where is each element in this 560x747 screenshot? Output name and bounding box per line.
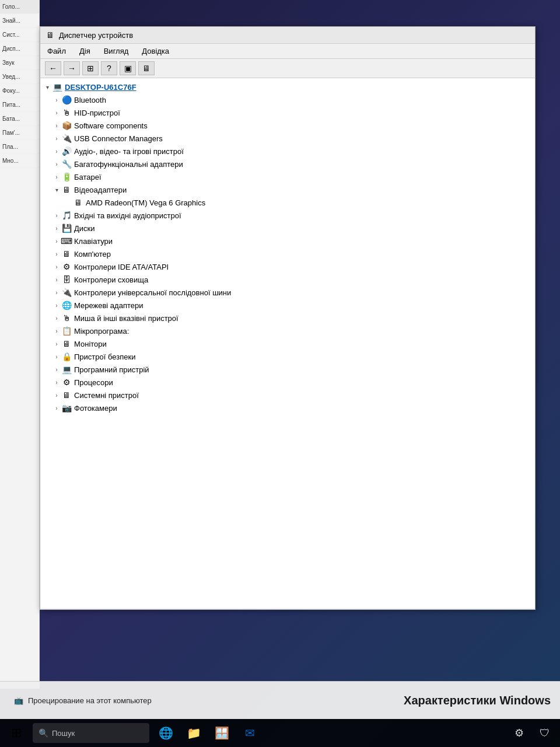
audio-io-label: Вхідні та вихідні аудіопристрої [74,211,181,220]
tree-display[interactable]: ▾ 🖥 Відеоадаптери [40,183,535,196]
camera-toggle: › [52,405,61,411]
tree-ide[interactable]: › ⚙ Контролери IDE ATA/ATAPI [40,260,535,273]
usb2-toggle: › [52,289,61,296]
menu-action[interactable]: Дія [77,46,93,57]
gpu-label: AMD Radeon(TM) Vega 6 Graphics [86,198,205,207]
tree-system-dev[interactable]: › 🖥 Системні пристрої [40,389,535,402]
gpu-toggle [64,200,73,206]
monitors-toggle: › [52,341,61,347]
tree-hid[interactable]: › 🖱 HID-пристрої [40,106,535,119]
sidebar-item-system[interactable]: Сист... [0,28,39,42]
softdev-icon: 💻 [61,364,72,375]
system-dev-label: Системні пристрої [74,391,139,400]
tree-usb2[interactable]: › 🔌 Контролери універсальної послідовної… [40,286,535,299]
sidebar-item-memory[interactable]: Пам'... [0,126,39,140]
camera-label: Фотокамери [74,404,117,413]
taskbar-security[interactable]: 🛡 [534,722,555,743]
toolbar-properties[interactable]: ▣ [120,61,136,75]
tree-computer[interactable]: › 🖥 Комп'ютер [40,247,535,260]
settings-sidebar: Голо... Знай... Сист... Дисп... Звук Уве… [0,0,40,689]
toolbar-grid[interactable]: ⊞ [82,61,99,75]
menu-view[interactable]: Вигляд [102,46,131,57]
security-icon: 🔒 [61,351,72,362]
project-icon: 📺 [14,696,23,705]
cpu-toggle: › [52,379,61,386]
audio-icon: 🔊 [61,146,72,156]
sidebar-item-home[interactable]: Голо... [0,0,39,14]
storage-label: Контролери сховища [74,275,148,284]
tree-mouse[interactable]: › 🖱 Миша й інші вказівні пристрої [40,312,535,324]
start-icon: ⊞ [11,725,22,741]
menu-help[interactable]: Довідка [139,46,172,57]
search-box[interactable]: 🔍 Пошук [33,723,149,743]
batteries-toggle: › [52,174,61,180]
toolbar-help[interactable]: ? [101,61,117,75]
sidebar-item-battery[interactable]: Бата... [0,112,39,126]
sidebar-item-multi[interactable]: Мно... [0,154,39,168]
storage-icon: 🗄 [61,274,72,285]
device-tree[interactable]: ▾ 💻 DESKTOP-U61C76F › 🔵 Bluetooth › 🖱 HI… [40,78,535,608]
taskbar-settings[interactable]: ⚙ [509,722,530,743]
taskbar-app-edge[interactable]: 🌐 [154,721,177,745]
tree-cpu[interactable]: › ⚙ Процесори [40,376,535,389]
project-button[interactable]: 📺 Проецирование на этот компьютер [9,694,156,707]
tree-firmware[interactable]: › 📋 Мікропрограма: [40,324,535,337]
display-icon: 🖥 [61,184,72,195]
search-icon: 🔍 [38,728,48,738]
tree-batteries[interactable]: › 🔋 Батареї [40,170,535,183]
computer-label: Комп'ютер [74,250,111,259]
camera-icon: 📷 [61,403,72,413]
sidebar-item-plan[interactable]: Пла... [0,140,39,154]
display-label: Відеоадаптери [74,186,127,194]
taskbar-app-mail[interactable]: ✉ [238,721,261,745]
start-button[interactable]: ⊞ [5,721,28,745]
mouse-toggle: › [52,315,61,322]
tree-softdev[interactable]: › 💻 Програмний пристрій [40,363,535,376]
taskbar-app-files[interactable]: 📁 [182,721,205,745]
toolbar-back[interactable]: ← [45,61,61,75]
disks-icon: 💾 [61,223,72,233]
toolbar-forward[interactable]: → [64,61,80,75]
tree-security[interactable]: › 🔒 Пристрої безпеки [40,350,535,363]
tree-camera[interactable]: › 📷 Фотокамери [40,402,535,414]
bluetooth-toggle: › [52,97,61,103]
sidebar-item-sound[interactable]: Звук [0,56,39,70]
sidebar-item-disp[interactable]: Дисп... [0,42,39,56]
tree-network[interactable]: › 🌐 Мережеві адаптери [40,299,535,312]
tree-software[interactable]: › 📦 Software components [40,119,535,132]
tree-audio-io[interactable]: › 🎵 Вхідні та вихідні аудіопристрої [40,209,535,222]
ide-icon: ⚙ [61,261,72,272]
tree-root[interactable]: ▾ 💻 DESKTOP-U61C76F [40,81,535,93]
taskbar-app-winstore[interactable]: 🪟 [210,721,233,745]
multifunc-toggle: › [52,161,61,167]
tree-amd-gpu[interactable]: 🖥 AMD Radeon(TM) Vega 6 Graphics [40,196,535,209]
sidebar-item-find[interactable]: Знай... [0,14,39,28]
cpu-icon: ⚙ [61,377,72,388]
disks-label: Диски [74,224,95,233]
usb-label: USB Connector Managers [74,134,163,143]
sidebar-item-focus[interactable]: Фоку... [0,84,39,98]
menu-file[interactable]: Файл [45,46,68,57]
tree-disks[interactable]: › 💾 Диски [40,222,535,235]
monitors-label: Монітори [74,340,107,348]
software-icon: 📦 [61,120,72,131]
search-placeholder: Пошук [52,729,75,738]
windows-characteristics-title: Характеристики Windows [404,694,551,707]
settings-icon: ⚙ [514,727,524,739]
software-toggle: › [52,123,61,129]
tree-monitors[interactable]: › 🖥 Монітори [40,337,535,350]
tree-keyboards[interactable]: › ⌨ Клавіатури [40,235,535,247]
security-taskbar-icon: 🛡 [540,727,550,739]
taskbar-right-area: ⚙ 🛡 [509,722,555,743]
gpu-icon: 🖥 [73,197,83,208]
sidebar-item-power[interactable]: Пита... [0,98,39,112]
ide-label: Контролери IDE ATA/ATAPI [74,263,169,271]
tree-usb[interactable]: › 🔌 USB Connector Managers [40,132,535,145]
tree-storage[interactable]: › 🗄 Контролери сховища [40,273,535,286]
tree-audio[interactable]: › 🔊 Аудіо-, відео- та ігрові пристрої [40,145,535,158]
tree-bluetooth[interactable]: › 🔵 Bluetooth [40,93,535,106]
sidebar-item-notif[interactable]: Увед... [0,70,39,84]
tree-multifunc[interactable]: › 🔧 Багатофункціональні адаптери [40,158,535,170]
toolbar-monitor[interactable]: 🖥 [138,61,155,75]
computer-icon: 🖥 [61,249,72,259]
